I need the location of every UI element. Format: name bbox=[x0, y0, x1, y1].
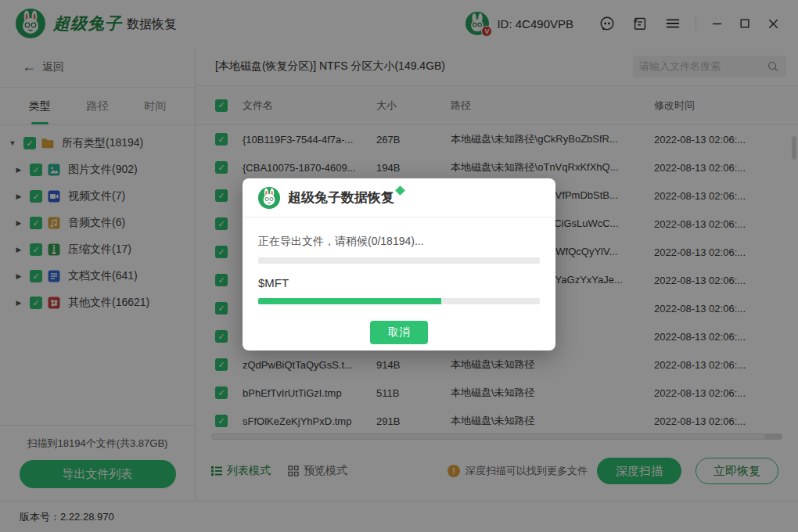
export-progress-dialog: 超级兔子数据恢复 正在导出文件，请稍候(0/18194)... $MFT 取消 bbox=[243, 178, 555, 350]
cancel-button[interactable]: 取消 bbox=[370, 321, 428, 344]
dialog-body: 正在导出文件，请稍候(0/18194)... $MFT 取消 bbox=[243, 235, 555, 344]
current-file-label: $MFT bbox=[258, 276, 540, 289]
dialog-title: 超级兔子数据恢复 bbox=[288, 189, 394, 207]
overall-progress-bar bbox=[258, 257, 540, 264]
dialog-header: 超级兔子数据恢复 bbox=[243, 178, 555, 217]
file-progress-fill bbox=[258, 298, 441, 304]
diamond-decoration-icon bbox=[395, 185, 405, 196]
file-progress-bar bbox=[258, 298, 540, 304]
export-status-text: 正在导出文件，请稍候(0/18194)... bbox=[258, 235, 540, 249]
dialog-logo-icon bbox=[258, 187, 280, 209]
